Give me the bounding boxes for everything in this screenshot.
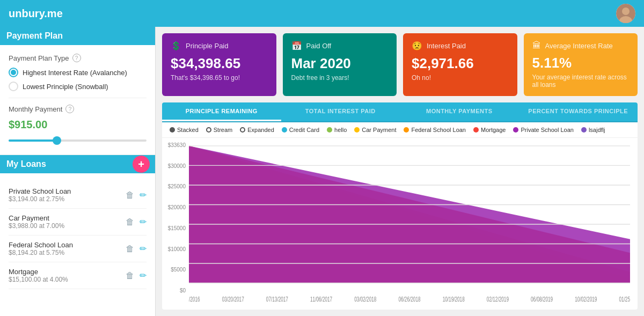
stat-icon: 😟 bbox=[412, 41, 422, 51]
edit-loan-icon[interactable]: ✏ bbox=[140, 244, 147, 254]
stat-card-header: 🏛 Average Interest Rate bbox=[532, 41, 630, 50]
svg-text:10/02/2019: 10/02/2019 bbox=[575, 295, 597, 303]
legend-item[interactable]: Private School Loan bbox=[513, 127, 573, 133]
loan-item: Private School Loan $3,194.00 at 2.75% 🗑… bbox=[9, 182, 147, 209]
stat-title: Principle Paid bbox=[186, 42, 229, 50]
stat-subtitle: Debt free in 3 years! bbox=[291, 74, 389, 82]
svg-text:01/25/2020: 01/25/2020 bbox=[619, 295, 630, 303]
snowball-radio-circle bbox=[9, 82, 18, 91]
loan-info: Federal School Loan $8,194.20 at 5.75% bbox=[9, 241, 126, 256]
svg-text:03/02/2018: 03/02/2018 bbox=[354, 295, 376, 303]
my-loans-header: My Loans + bbox=[0, 155, 155, 173]
stat-card-header: 💲 Principle Paid bbox=[171, 41, 268, 51]
legend-label: Private School Loan bbox=[521, 127, 573, 133]
legend-dot bbox=[327, 127, 332, 133]
edit-loan-icon[interactable]: ✏ bbox=[140, 190, 147, 200]
legend-label: Stream bbox=[214, 127, 232, 133]
legend-label: Credit Card bbox=[289, 127, 319, 133]
loan-item: Mortgage $15,100.00 at 4.00% 🗑 ✏ bbox=[9, 262, 147, 289]
legend-item[interactable]: Federal School Loan bbox=[404, 127, 466, 133]
sidebar: Payment Plan Payment Plan Type ? Highest… bbox=[0, 27, 156, 316]
loans-list: Private School Loan $3,194.00 at 2.75% 🗑… bbox=[9, 182, 147, 289]
loan-details: $8,194.20 at 5.75% bbox=[9, 249, 126, 256]
loan-details: $3,988.00 at 7.00% bbox=[9, 222, 126, 230]
stat-title: Average Interest Rate bbox=[545, 42, 613, 50]
svg-text:06/08/2019: 06/08/2019 bbox=[531, 295, 553, 303]
loan-details: $3,194.00 at 2.75% bbox=[9, 195, 126, 203]
edit-loan-icon[interactable]: ✏ bbox=[140, 270, 147, 281]
loan-actions: 🗑 ✏ bbox=[126, 190, 147, 200]
slider-thumb[interactable] bbox=[53, 136, 61, 145]
stat-card-avg-interest: 🏛 Average Interest Rate 5.11% Your avera… bbox=[524, 33, 638, 96]
legend-label: Car Payment bbox=[362, 127, 396, 133]
snowball-radio[interactable]: Lowest Principle (Snowball) bbox=[9, 82, 147, 91]
loan-info: Mortgage $15,100.00 at 4.00% bbox=[9, 268, 126, 283]
loan-item: Car Payment $3,988.00 at 7.00% 🗑 ✏ bbox=[9, 209, 147, 236]
y-axis-labels: $33630$30000$25000$20000$15000$10000$500… bbox=[162, 142, 188, 293]
legend-item[interactable]: Mortgage bbox=[473, 127, 506, 133]
legend-item[interactable]: Expanded bbox=[240, 127, 274, 133]
legend-item[interactable]: Credit Card bbox=[282, 127, 319, 133]
stat-card-header: 😟 Interest Paid bbox=[412, 41, 509, 51]
add-loan-button[interactable]: + bbox=[133, 156, 150, 173]
svg-text:07/13/2017: 07/13/2017 bbox=[266, 295, 288, 303]
legend-dot bbox=[581, 127, 587, 133]
stat-subtitle: Oh no! bbox=[412, 74, 509, 82]
svg-text:10/19/2018: 10/19/2018 bbox=[443, 295, 465, 303]
main-content: 💲 Principle Paid $34,398.65 That's $34,3… bbox=[156, 27, 644, 316]
avalanche-radio[interactable]: Highest Interest Rate (Avalanche) bbox=[9, 68, 147, 77]
legend-item[interactable]: Car Payment bbox=[354, 127, 396, 133]
stat-title: Interest Paid bbox=[427, 42, 466, 50]
y-axis-label: $10000 bbox=[168, 246, 186, 252]
loan-actions: 🗑 ✏ bbox=[126, 270, 147, 281]
loan-name: Federal School Loan bbox=[9, 241, 126, 249]
chart-tab-percent-towards-principle[interactable]: PERCENT TOWARDS PRINCIPLE bbox=[519, 102, 638, 121]
stat-value: $34,398.65 bbox=[171, 55, 268, 72]
stat-icon: 📅 bbox=[291, 41, 302, 51]
y-axis-label: $20000 bbox=[168, 204, 186, 210]
svg-point-1 bbox=[622, 8, 630, 15]
monthly-payment-help-icon[interactable]: ? bbox=[65, 105, 74, 113]
legend-dot bbox=[513, 127, 518, 133]
legend-dot bbox=[282, 127, 287, 133]
stat-value: $2,971.66 bbox=[412, 55, 509, 72]
svg-text:11/06/2017: 11/06/2017 bbox=[310, 295, 332, 303]
avatar[interactable] bbox=[616, 4, 635, 23]
chart-tab-principle-remaining[interactable]: PRINCIPLE REMAINING bbox=[162, 102, 281, 121]
chart-tab-monthly-payments[interactable]: MONTHLY PAYMENTS bbox=[400, 102, 519, 121]
monthly-payment-slider[interactable] bbox=[9, 135, 147, 146]
loan-name: Car Payment bbox=[9, 214, 126, 222]
legend-item[interactable]: Stacked bbox=[170, 127, 199, 133]
edit-loan-icon[interactable]: ✏ bbox=[140, 217, 147, 227]
loan-actions: 🗑 ✏ bbox=[126, 217, 147, 227]
delete-loan-icon[interactable]: 🗑 bbox=[126, 244, 134, 254]
stat-icon: 💲 bbox=[171, 41, 181, 51]
legend-ring bbox=[240, 127, 245, 133]
chart-legend: StackedStreamExpandedCredit CardhelloCar… bbox=[162, 122, 638, 138]
stat-subtitle: Your average interest rate across all lo… bbox=[532, 74, 630, 89]
delete-loan-icon[interactable]: 🗑 bbox=[126, 271, 134, 281]
legend-item[interactable]: hello bbox=[327, 127, 347, 133]
stat-card-principle-paid: 💲 Principle Paid $34,398.65 That's $34,3… bbox=[162, 33, 276, 96]
legend-label: lsajdflj bbox=[589, 127, 605, 133]
payment-plan-type-help-icon[interactable]: ? bbox=[72, 54, 81, 62]
legend-dot bbox=[170, 127, 175, 133]
y-axis-label: $15000 bbox=[168, 225, 186, 231]
delete-loan-icon[interactable]: 🗑 bbox=[126, 190, 134, 200]
stat-card-paid-off: 📅 Paid Off Mar 2020 Debt free in 3 years… bbox=[283, 33, 397, 96]
payment-plan-type-label: Payment Plan Type ? bbox=[9, 54, 147, 62]
legend-label: Mortgage bbox=[481, 127, 506, 133]
divider-1 bbox=[9, 98, 147, 98]
svg-text:02/12/2019: 02/12/2019 bbox=[487, 295, 509, 303]
chart-tab-total-interest-paid[interactable]: TOTAL INTEREST PAID bbox=[281, 102, 400, 121]
slider-fill bbox=[9, 139, 57, 142]
avalanche-radio-circle bbox=[9, 68, 18, 77]
chart-area: PRINCIPLE REMAININGTOTAL INTEREST PAIDMO… bbox=[162, 102, 638, 310]
legend-item[interactable]: lsajdflj bbox=[581, 127, 605, 133]
legend-item[interactable]: Stream bbox=[206, 127, 232, 133]
delete-loan-icon[interactable]: 🗑 bbox=[126, 217, 134, 227]
stat-card-interest-paid: 😟 Interest Paid $2,971.66 Oh no! bbox=[403, 33, 517, 96]
my-loans-section: My Loans + Private School Loan $3,194.00… bbox=[0, 155, 155, 316]
loan-details: $15,100.00 at 4.00% bbox=[9, 276, 126, 283]
app-logo: unbury.me bbox=[9, 8, 63, 20]
